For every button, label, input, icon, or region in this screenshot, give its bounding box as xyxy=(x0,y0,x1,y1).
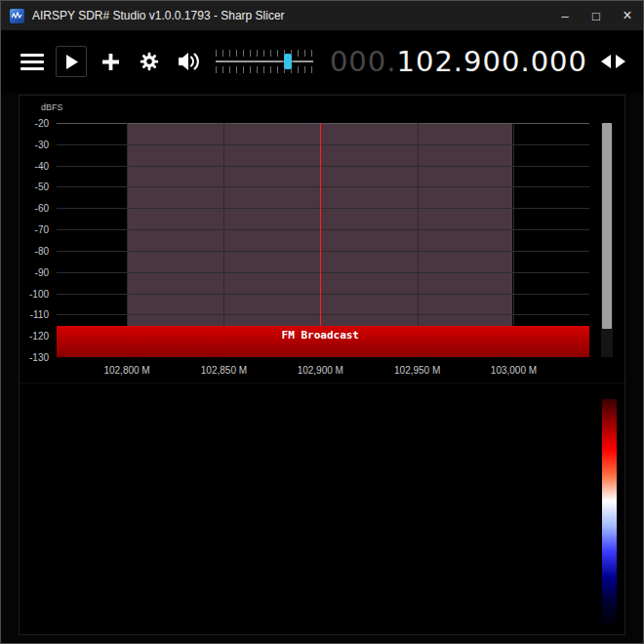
y-tick-label: -40 xyxy=(35,160,49,171)
minimize-button[interactable]: – xyxy=(549,1,581,30)
y-tick-label: -20 xyxy=(35,118,49,129)
spectrum-display: dBFS -20-30-40-50-60-70-80-90-100-110-12… xyxy=(20,96,624,382)
x-tick-label: 102,800 M xyxy=(103,365,149,376)
menu-icon xyxy=(20,54,44,70)
waterfall-gradient-bar[interactable] xyxy=(602,399,617,628)
speaker-icon xyxy=(177,51,200,72)
x-tick-label: 102,900 M xyxy=(298,365,343,376)
x-axis-labels: 102,800 M102,850 M102,900 M102,950 M103,… xyxy=(57,365,589,379)
y-tick-label: -30 xyxy=(35,139,49,149)
y-tick-label: -130 xyxy=(29,352,49,363)
y-tick-label: -90 xyxy=(35,266,49,277)
y-tick-label: -120 xyxy=(29,331,49,342)
v-gridline xyxy=(127,123,128,357)
app-icon-wave xyxy=(12,12,22,20)
x-tick-label: 103,000 M xyxy=(491,365,537,376)
right-arrow-icon xyxy=(616,55,625,68)
v-gridline xyxy=(418,123,419,357)
close-button[interactable]: × xyxy=(612,1,643,30)
slider-ticks-bottom xyxy=(216,66,313,73)
main-content: dBFS -20-30-40-50-60-70-80-90-100-110-12… xyxy=(1,93,643,643)
y-tick-label: -110 xyxy=(30,309,49,320)
play-button[interactable] xyxy=(56,46,87,77)
display-panel: dBFS -20-30-40-50-60-70-80-90-100-110-12… xyxy=(19,95,625,635)
y-tick-label: -50 xyxy=(35,181,49,192)
menu-button[interactable] xyxy=(17,46,48,77)
maximize-button[interactable]: □ xyxy=(581,1,612,30)
volume-slider[interactable] xyxy=(216,50,313,73)
v-gridline xyxy=(513,123,514,357)
window-controls: – □ × xyxy=(549,1,643,30)
x-tick-label: 102,950 M xyxy=(394,365,440,376)
spectrum-scrollbar-thumb[interactable] xyxy=(602,123,612,329)
h-gridline xyxy=(57,272,589,273)
spectrum-scrollbar[interactable] xyxy=(601,123,613,357)
band-label: FM Broadcast xyxy=(282,329,359,342)
y-tick-label: -80 xyxy=(35,245,49,256)
h-gridline xyxy=(57,208,589,209)
frequency-step-buttons xyxy=(599,53,627,70)
add-slice-button[interactable] xyxy=(95,46,126,77)
left-arrow-icon xyxy=(601,55,611,68)
frequency-display[interactable]: 000.102.900.000 xyxy=(330,45,587,78)
play-icon xyxy=(65,55,78,69)
app-window: AIRSPY SDR# Studio v1.0.0.1793 - Sharp S… xyxy=(0,0,644,644)
plus-icon xyxy=(102,54,119,70)
x-tick-label: 102,850 M xyxy=(201,365,247,376)
step-down-button[interactable] xyxy=(599,53,613,70)
frequency-leading-zeros: 000. xyxy=(330,45,397,78)
tuned-frequency-line[interactable] xyxy=(320,123,321,357)
settings-button[interactable] xyxy=(134,46,165,77)
band-plan-overlay: FM Broadcast xyxy=(57,326,589,357)
y-tick-label: -100 xyxy=(29,288,49,299)
volume-button[interactable] xyxy=(173,46,204,77)
volume-slider-thumb[interactable] xyxy=(284,54,292,69)
window-title: AIRSPY SDR# Studio v1.0.0.1793 - Sharp S… xyxy=(32,9,285,22)
h-gridline xyxy=(57,251,589,252)
y-tick-label: -60 xyxy=(35,203,49,214)
h-gridline xyxy=(57,166,589,167)
spectrum-plot[interactable]: FM Broadcast xyxy=(57,123,589,357)
slider-ticks-top xyxy=(216,50,313,57)
volume-track xyxy=(216,60,313,62)
h-gridline xyxy=(57,123,589,124)
step-up-button[interactable] xyxy=(614,53,627,70)
titlebar: AIRSPY SDR# Studio v1.0.0.1793 - Sharp S… xyxy=(1,1,643,30)
app-icon xyxy=(10,9,24,23)
y-axis-unit-label: dBFS xyxy=(41,102,63,112)
h-gridline xyxy=(57,314,589,315)
h-gridline xyxy=(57,186,589,187)
toolbar: 000.102.900.000 xyxy=(1,30,643,93)
h-gridline xyxy=(57,229,589,230)
y-axis-labels: -20-30-40-50-60-70-80-90-100-110-120-130 xyxy=(20,123,53,357)
gear-icon xyxy=(139,51,160,72)
waterfall-display[interactable] xyxy=(20,382,624,634)
v-gridline xyxy=(223,123,224,357)
h-gridline xyxy=(57,294,589,295)
h-gridline xyxy=(57,144,589,145)
y-tick-label: -70 xyxy=(35,224,49,235)
frequency-value: 102.900.000 xyxy=(397,45,588,78)
